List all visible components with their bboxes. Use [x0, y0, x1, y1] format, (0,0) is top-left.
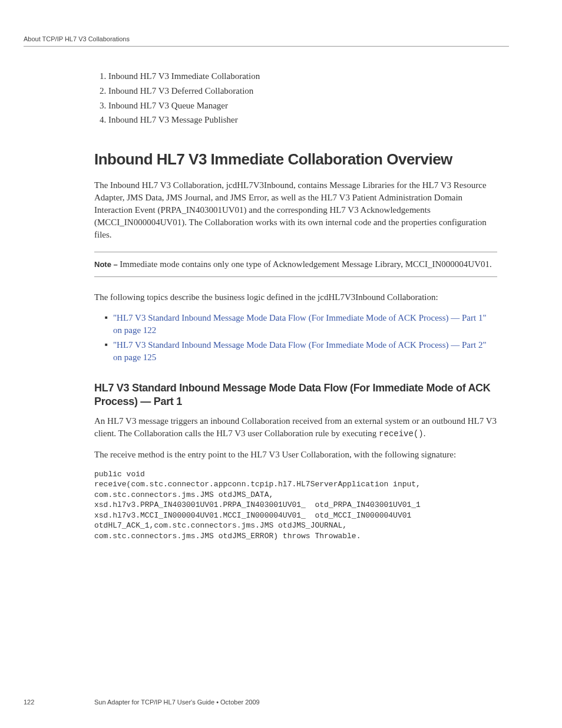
- list-item: Inbound HL7 V3 Deferred Collaboration: [108, 85, 497, 98]
- subsection-title: HL7 V3 Standard Inbound Message Mode Dat…: [94, 381, 497, 408]
- list-item: "HL7 V3 Standard Inbound Message Mode Da…: [105, 312, 497, 337]
- link-list: "HL7 V3 Standard Inbound Message Mode Da…: [94, 312, 497, 364]
- para-text: An HL7 V3 message triggers an inbound Co…: [94, 416, 497, 438]
- inline-code: receive(): [379, 429, 424, 439]
- page-number: 122: [24, 699, 94, 706]
- numbered-list: Inbound HL7 V3 Immediate Collaboration I…: [94, 70, 497, 127]
- running-header: About TCP/IP HL7 V3 Collaborations: [24, 35, 509, 47]
- xref-link[interactable]: "HL7 V3 Standard Inbound Message Mode Da…: [113, 340, 487, 362]
- section-title: Inbound HL7 V3 Immediate Collaboration O…: [94, 150, 497, 169]
- section-intro: The Inbound HL7 V3 Collaboration, jcdHL7…: [94, 179, 497, 241]
- list-item: Inbound HL7 V3 Queue Manager: [108, 100, 497, 113]
- footer-doc-title: Sun Adapter for TCP/IP HL7 User's Guide …: [94, 699, 260, 706]
- list-item: Inbound HL7 V3 Message Publisher: [108, 114, 497, 127]
- main-content: Inbound HL7 V3 Immediate Collaboration I…: [94, 70, 497, 541]
- note-label: Note –: [94, 260, 120, 269]
- xref-link[interactable]: "HL7 V3 Standard Inbound Message Mode Da…: [113, 313, 487, 335]
- note-text: Immediate mode contains only one type of…: [120, 259, 491, 269]
- note-block: Note – Immediate mode contains only one …: [94, 252, 497, 277]
- code-block: public void receive(com.stc.connector.ap…: [94, 469, 497, 542]
- subsection-para-1: An HL7 V3 message triggers an inbound Co…: [94, 415, 497, 440]
- list-item: "HL7 V3 Standard Inbound Message Mode Da…: [105, 339, 497, 364]
- followup-text: The following topics describe the busine…: [94, 291, 497, 304]
- subsection-para-2: The receive method is the entry point to…: [94, 449, 497, 461]
- page-footer: 122Sun Adapter for TCP/IP HL7 User's Gui…: [24, 699, 509, 706]
- para-text: .: [424, 429, 426, 438]
- list-item: Inbound HL7 V3 Immediate Collaboration: [108, 70, 497, 83]
